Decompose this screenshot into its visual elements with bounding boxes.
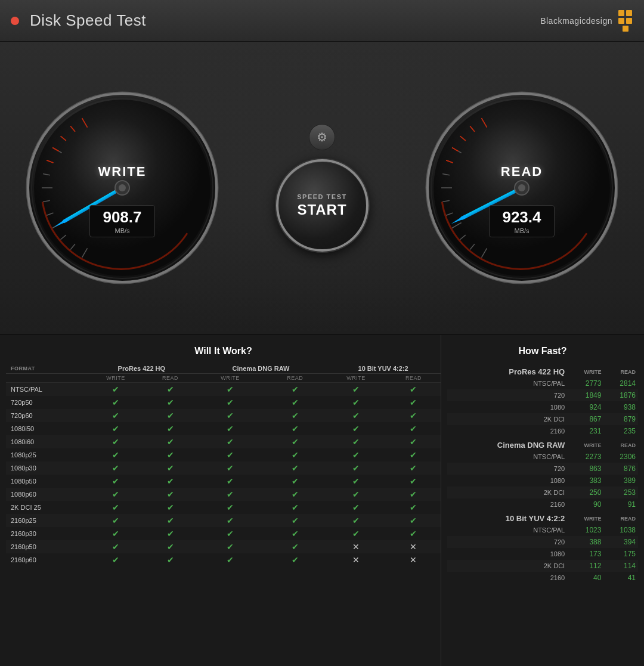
write-value: 908.7 bbox=[98, 208, 146, 227]
check-icon: ✔ bbox=[167, 503, 174, 512]
wiw-cell: ✔ bbox=[326, 527, 386, 540]
wiw-cell: ✔ bbox=[264, 461, 326, 475]
check-icon: ✔ bbox=[352, 450, 360, 460]
wiw-cell: ✔ bbox=[87, 409, 144, 422]
wiw-cell: ✔ bbox=[87, 383, 144, 396]
settings-button[interactable]: ⚙ bbox=[309, 124, 335, 150]
close-button[interactable] bbox=[11, 17, 19, 25]
wiw-row: 2160p50✔✔✔✔✕✕ bbox=[6, 540, 441, 553]
wiw-cell: ✔ bbox=[196, 383, 265, 396]
how-fast-title: How Fast? bbox=[447, 346, 638, 357]
cross-icon: ✕ bbox=[410, 555, 417, 565]
check-icon: ✔ bbox=[227, 463, 234, 473]
check-icon: ✔ bbox=[112, 555, 119, 565]
check-icon: ✔ bbox=[410, 516, 417, 525]
hf-write: 867 bbox=[567, 413, 603, 425]
check-icon: ✔ bbox=[227, 398, 234, 407]
wiw-row: 2K DCI 25✔✔✔✔✔✔ bbox=[6, 501, 441, 514]
check-icon: ✔ bbox=[352, 411, 360, 420]
wiw-cell: ✕ bbox=[386, 553, 441, 566]
wiw-cell: ✔ bbox=[87, 527, 144, 540]
wiw-cell: ✔ bbox=[326, 396, 386, 409]
write-gauge-label: WRITE bbox=[98, 164, 147, 179]
wiw-row: 1080p60✔✔✔✔✔✔ bbox=[6, 488, 441, 501]
check-icon: ✔ bbox=[112, 542, 119, 552]
check-icon: ✔ bbox=[167, 411, 174, 420]
wiw-cell: ✕ bbox=[326, 553, 386, 566]
hf-label: NTSC/PAL bbox=[447, 451, 567, 463]
wiw-cell: ✔ bbox=[264, 540, 326, 553]
title-bar: Disk Speed Test Blackmagicdesign bbox=[0, 0, 644, 42]
check-icon: ✔ bbox=[167, 385, 174, 394]
read-unit: MB/s bbox=[498, 227, 546, 234]
wiw-cell: ✔ bbox=[326, 409, 386, 422]
hf-data-row: 21604041 bbox=[447, 572, 638, 584]
check-icon: ✔ bbox=[352, 437, 360, 447]
wiw-cell: ✔ bbox=[87, 448, 144, 461]
hf-write: 231 bbox=[567, 425, 603, 437]
hf-label: 720 bbox=[447, 463, 567, 475]
check-icon: ✔ bbox=[292, 385, 299, 394]
gauges-area: WRITE 908.7 MB/s ⚙ SPEED TEST START bbox=[0, 42, 644, 334]
hf-data-row: 72018491876 bbox=[447, 389, 638, 401]
check-icon: ✔ bbox=[352, 385, 360, 394]
wiw-cell: ✔ bbox=[196, 514, 265, 527]
wiw-category-header: FORMAT ProRes 422 HQ Cinema DNG RAW 10 B… bbox=[6, 364, 441, 374]
hf-data-row: 2K DCI867879 bbox=[447, 413, 638, 425]
wiw-format-name: 2K DCI 25 bbox=[6, 501, 87, 514]
wiw-cell: ✔ bbox=[326, 501, 386, 514]
hf-data-row: 2160231235 bbox=[447, 425, 638, 437]
check-icon: ✔ bbox=[410, 529, 417, 538]
wiw-cell: ✔ bbox=[386, 435, 441, 448]
check-icon: ✔ bbox=[167, 437, 174, 447]
wiw-cell: ✔ bbox=[326, 488, 386, 501]
wiw-row: NTSC/PAL✔✔✔✔✔✔ bbox=[6, 383, 441, 396]
check-icon: ✔ bbox=[167, 542, 174, 552]
hf-write: 924 bbox=[567, 401, 603, 413]
wiw-cell: ✔ bbox=[196, 422, 265, 435]
wiw-cell: ✔ bbox=[144, 553, 196, 566]
wiw-row: 2160p30✔✔✔✔✔✔ bbox=[6, 527, 441, 540]
check-icon: ✔ bbox=[352, 424, 360, 433]
will-it-work-panel: Will It Work? FORMAT ProRes 422 HQ Cinem… bbox=[0, 335, 441, 666]
start-button[interactable]: SPEED TEST START bbox=[276, 159, 369, 252]
wiw-format-name: NTSC/PAL bbox=[6, 383, 87, 396]
write-col-hdr: WRITE bbox=[567, 364, 603, 377]
wiw-cell: ✔ bbox=[386, 409, 441, 422]
yuv-header: 10 Bit YUV 4:2:2 bbox=[326, 364, 441, 374]
cross-icon: ✕ bbox=[352, 542, 360, 552]
wiw-cell: ✔ bbox=[326, 514, 386, 527]
check-icon: ✔ bbox=[112, 385, 119, 394]
wiw-cell: ✔ bbox=[264, 475, 326, 488]
svg-point-51 bbox=[518, 184, 525, 191]
check-icon: ✔ bbox=[410, 437, 417, 447]
read-value: 923.4 bbox=[498, 208, 546, 227]
hf-read: 114 bbox=[603, 560, 638, 572]
check-icon: ✔ bbox=[227, 385, 234, 394]
hf-label: 2160 bbox=[447, 572, 567, 584]
wiw-cell: ✔ bbox=[326, 383, 386, 396]
check-icon: ✔ bbox=[352, 503, 360, 512]
check-icon: ✔ bbox=[292, 463, 299, 473]
wiw-format-name: 1080p30 bbox=[6, 461, 87, 475]
hf-read: 394 bbox=[603, 536, 638, 548]
check-icon: ✔ bbox=[292, 411, 299, 420]
check-icon: ✔ bbox=[112, 450, 119, 460]
data-section: Will It Work? FORMAT ProRes 422 HQ Cinem… bbox=[0, 334, 644, 666]
hf-read: 1876 bbox=[603, 389, 638, 401]
write-col-hdr: WRITE bbox=[567, 510, 603, 524]
read-col-hdr: READ bbox=[603, 437, 638, 451]
check-icon: ✔ bbox=[167, 398, 174, 407]
wiw-cell: ✔ bbox=[144, 514, 196, 527]
check-icon: ✔ bbox=[352, 398, 360, 407]
check-icon: ✔ bbox=[167, 450, 174, 460]
check-icon: ✔ bbox=[292, 398, 299, 407]
wiw-cell: ✔ bbox=[386, 488, 441, 501]
wiw-cell: ✔ bbox=[196, 527, 265, 540]
wiw-cell: ✔ bbox=[196, 409, 265, 422]
check-icon: ✔ bbox=[112, 490, 119, 499]
wiw-cell: ✔ bbox=[144, 540, 196, 553]
how-fast-panel: How Fast? ProRes 422 HQWRITEREADNTSC/PAL… bbox=[441, 335, 644, 666]
hf-write: 1023 bbox=[567, 524, 603, 536]
check-icon: ✔ bbox=[292, 529, 299, 538]
